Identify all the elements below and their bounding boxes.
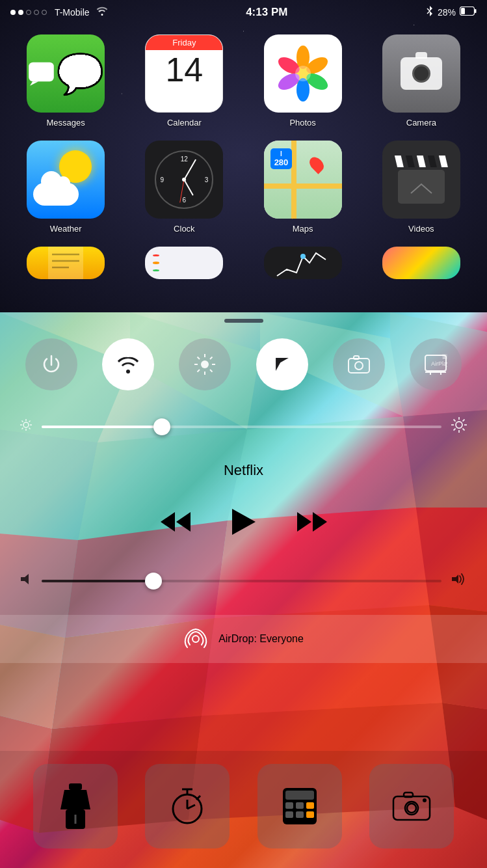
mirror-toggle[interactable]: AirPlay 1 (410, 338, 462, 390)
svg-line-56 (454, 429, 456, 431)
svg-rect-79 (306, 802, 314, 809)
battery-percent: 28% (438, 7, 456, 18)
messages-label: Messages (47, 118, 85, 128)
volume-track[interactable] (42, 580, 441, 582)
camera-screen-toggle[interactable] (333, 338, 385, 390)
app-stocks[interactable] (244, 240, 362, 286)
calculator-icon (282, 787, 318, 826)
app-clock[interactable]: 12 3 6 9 Clock (125, 134, 243, 240)
power-toggle[interactable] (25, 338, 77, 390)
brightness-toggle[interactable] (179, 338, 231, 390)
calendar-day: Friday (146, 35, 222, 50)
home-screen: T-Mobile 4:13 PM 28% (0, 0, 487, 312)
quick-launch-bar (0, 751, 487, 868)
svg-rect-81 (296, 811, 304, 818)
app-notes[interactable] (7, 240, 125, 286)
svg-rect-82 (306, 811, 314, 818)
svg-rect-1 (461, 8, 465, 14)
brightness-track[interactable] (42, 426, 441, 428)
wifi-status-icon (96, 7, 108, 18)
svg-text:1: 1 (443, 355, 445, 359)
carrier-label: T-Mobile (55, 7, 90, 18)
status-time: 4:13 PM (246, 6, 287, 19)
app-weather[interactable]: Weather (7, 134, 125, 240)
camera-lens (412, 64, 430, 83)
app-messages[interactable]: Messages (7, 28, 125, 134)
svg-rect-13 (398, 170, 445, 204)
app-videos[interactable]: Videos (362, 134, 480, 240)
svg-marker-58 (176, 512, 191, 532)
weather-label: Weather (50, 224, 82, 234)
svg-rect-2 (475, 9, 477, 13)
videos-icon (382, 141, 460, 219)
svg-rect-65 (69, 783, 82, 790)
app-calendar[interactable]: Friday 14 Calendar (125, 28, 243, 134)
wifi-toggle[interactable] (102, 338, 154, 390)
signal-dot-4 (34, 10, 39, 15)
volume-slider-row (20, 573, 467, 589)
camera-icon (382, 34, 460, 113)
camera-ql-icon (392, 790, 431, 822)
play-button[interactable] (231, 508, 257, 541)
flashlight-button[interactable] (33, 764, 118, 848)
svg-point-12 (295, 66, 311, 81)
svg-line-71 (187, 805, 195, 809)
svg-line-74 (196, 796, 200, 800)
battery-icon (460, 7, 477, 18)
brightness-slider-row (20, 416, 467, 437)
svg-point-9 (296, 78, 309, 102)
maps-badge: I 280 (270, 148, 293, 169)
signal-dot-2 (18, 10, 23, 15)
maps-label: Maps (293, 224, 313, 234)
volume-fill (42, 580, 153, 582)
camera-bump (415, 52, 427, 59)
svg-marker-4 (30, 81, 38, 85)
svg-point-87 (423, 798, 427, 802)
control-center: AirPlay 1 (0, 312, 487, 868)
svg-marker-57 (161, 512, 175, 532)
media-controls (0, 508, 487, 541)
status-left: T-Mobile (10, 7, 108, 18)
timer-button[interactable] (145, 764, 230, 848)
clock-hour-hand (184, 180, 194, 196)
cc-toggles: AirPlay 1 (0, 338, 487, 390)
camera-label: Camera (406, 118, 436, 128)
svg-line-28 (198, 370, 200, 372)
location-toggle[interactable] (256, 338, 308, 390)
app-maps[interactable]: I 280 Maps (244, 134, 362, 240)
svg-point-20 (201, 360, 209, 368)
app-camera[interactable]: Camera (362, 28, 480, 134)
svg-rect-76 (285, 791, 314, 800)
svg-line-27 (210, 357, 213, 360)
calculator-button[interactable] (257, 764, 342, 848)
clock-icon: 12 3 6 9 (145, 141, 223, 219)
rewind-button[interactable] (159, 509, 192, 540)
flashlight-icon (59, 783, 92, 829)
cc-pull-handle[interactable] (224, 319, 263, 323)
svg-line-26 (210, 370, 213, 372)
airdrop-row[interactable]: AirDrop: Everyone (0, 615, 487, 663)
signal-dot-5 (42, 10, 47, 15)
app-grid: Messages Friday 14 Calendar (0, 21, 487, 286)
app-photos[interactable]: Photos (244, 28, 362, 134)
maps-bg: I 280 (264, 141, 342, 219)
svg-line-54 (463, 429, 465, 431)
weather-cloud (33, 183, 79, 206)
fast-forward-button[interactable] (296, 509, 328, 540)
brightness-thumb[interactable] (153, 418, 170, 435)
clap-top (395, 156, 448, 167)
camera-quick-button[interactable] (369, 764, 454, 848)
app-reminders[interactable] (125, 240, 243, 286)
svg-marker-62 (21, 574, 29, 584)
volume-thumb[interactable] (145, 573, 162, 590)
svg-point-19 (126, 370, 130, 373)
videos-label: Videos (408, 224, 434, 234)
app-game-center[interactable] (362, 240, 480, 286)
signal-dot-3 (26, 10, 31, 15)
brightness-max-icon (451, 416, 467, 437)
svg-point-48 (456, 422, 462, 428)
svg-line-53 (454, 420, 456, 422)
photos-label: Photos (289, 118, 315, 128)
svg-line-25 (198, 357, 200, 360)
svg-point-30 (355, 362, 363, 370)
